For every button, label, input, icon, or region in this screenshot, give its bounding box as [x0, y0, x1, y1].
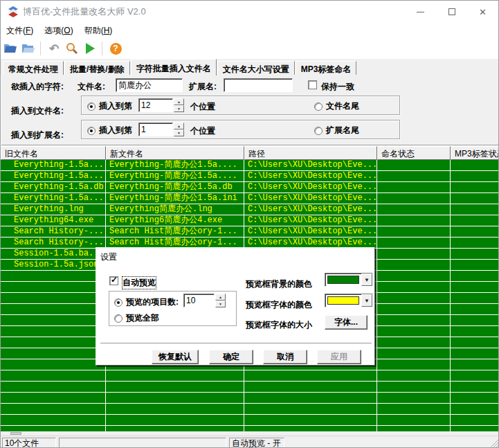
cell-mp3-status: [451, 415, 499, 425]
cell-new-name: [106, 382, 244, 392]
ext-position-input[interactable]: [138, 123, 173, 136]
cell-mp3-status: [451, 404, 499, 414]
spin-down-icon[interactable]: ▼: [215, 301, 226, 307]
name-tail-radio[interactable]: 文件名尾: [314, 100, 359, 112]
chevron-down-icon[interactable]: ▼: [361, 274, 372, 286]
name-position-suffix: 个位置: [190, 101, 215, 113]
cell-mp3-status: [451, 348, 499, 359]
play-icon: [86, 43, 95, 54]
minimize-button[interactable]: [405, 1, 436, 23]
name-position-radio[interactable]: 插入到第: [87, 100, 132, 112]
cell-old-name: [1, 304, 106, 314]
ext-position-spinner[interactable]: ▲▼: [174, 123, 184, 136]
spin-down-icon[interactable]: ▼: [174, 129, 184, 136]
cell-mp3-status: [451, 271, 499, 281]
cell-mp3-status: [451, 204, 499, 215]
chevron-down-icon[interactable]: ▼: [361, 294, 372, 307]
app-window: 博百优-文件批量改名大师 V2.0 ✕ 文件(F) 选项(O) 帮助(H) ↶: [0, 0, 499, 448]
table-row[interactable]: [1, 426, 499, 431]
bg-color-dropdown[interactable]: ▼: [325, 273, 373, 287]
column-header-mp3-status[interactable]: MP3标签状态: [451, 146, 499, 160]
auto-preview-checkbox[interactable]: [109, 276, 118, 285]
filename-input[interactable]: [116, 78, 183, 92]
cell-old-name: Everything-1.5a...: [1, 160, 106, 170]
resize-grip[interactable]: [489, 438, 499, 448]
cell-mp3-status: [451, 193, 499, 204]
maximize-icon: [448, 8, 455, 15]
tab-batch-replace-delete[interactable]: 批量/替换/删除: [64, 61, 130, 75]
spin-down-icon[interactable]: ▼: [174, 105, 184, 112]
cell-status: [377, 193, 451, 204]
file-count-panel: 10个文件: [2, 438, 56, 448]
dialog-separator: [100, 343, 372, 344]
ext-tail-radio[interactable]: 扩展名尾: [314, 125, 359, 136]
keep-same-label: 保持一致: [321, 81, 354, 93]
preview-count-spinner[interactable]: ▲▼: [215, 294, 226, 307]
close-button[interactable]: ✕: [467, 1, 498, 23]
table-row[interactable]: [1, 393, 499, 404]
cell-new-name: Everything-简鹿办公1.5a.db: [106, 182, 244, 192]
open-folder-button[interactable]: [20, 41, 37, 56]
cell-new-name: Everything-简鹿办公1.5a....: [106, 171, 244, 181]
radio-selected-icon: [87, 127, 96, 135]
font-color-dropdown[interactable]: ▼: [325, 294, 373, 307]
table-row[interactable]: Everything-1.5a... Everything-简鹿办公1.5a..…: [1, 171, 499, 182]
tab-case-settings[interactable]: 文件名大小写设置: [217, 61, 295, 75]
tab-mp3-tag[interactable]: MP3标签命名: [296, 61, 357, 75]
preview-count-input[interactable]: [183, 294, 215, 307]
ok-button[interactable]: 确定: [209, 350, 253, 364]
table-row[interactable]: [1, 382, 499, 393]
table-row[interactable]: Everything-1.5a... Everything-简鹿办公1.5a.i…: [1, 193, 499, 204]
cancel-button[interactable]: 取消: [263, 350, 307, 364]
column-header-new-name[interactable]: 新文件名: [106, 146, 244, 160]
apply-button[interactable]: 应用: [317, 350, 361, 364]
open-files-button[interactable]: [2, 41, 19, 56]
cell-status: [377, 249, 451, 259]
table-row[interactable]: Everything-1.5a... Everything-简鹿办公1.5a..…: [1, 160, 499, 171]
table-row[interactable]: Everything-1.5a.db Everything-简鹿办公1.5a.d…: [1, 182, 499, 193]
spin-up-icon[interactable]: ▲: [174, 98, 184, 105]
ext-position-radio[interactable]: 插入到第: [87, 125, 132, 136]
maximize-button[interactable]: [436, 1, 467, 23]
table-row[interactable]: [1, 415, 499, 426]
spin-up-icon[interactable]: ▲: [215, 294, 226, 301]
table-row[interactable]: [1, 370, 499, 382]
cell-new-name: Everything6简鹿办公4.exe: [106, 215, 244, 226]
run-button[interactable]: [82, 41, 98, 56]
insert-chars-label: 欲插入的字符:: [11, 81, 64, 93]
spin-up-icon[interactable]: ▲: [174, 123, 184, 129]
keep-same-checkbox[interactable]: [308, 80, 317, 89]
ext-input[interactable]: [224, 78, 293, 92]
table-row[interactable]: Search History-... Search Hist简鹿办公ory-1.…: [1, 226, 499, 238]
menu-file[interactable]: 文件(F): [1, 23, 39, 39]
help-button[interactable]: ?: [107, 41, 124, 56]
undo-button[interactable]: ↶: [46, 41, 62, 56]
radio-unselected-icon: [314, 127, 323, 135]
table-header: 旧文件名 新文件名 路径 命名状态 MP3标签状态: [1, 146, 499, 160]
cell-mp3-status: [451, 393, 499, 403]
preview-all-radio[interactable]: 预览全部: [114, 312, 159, 324]
name-position-input[interactable]: [138, 98, 173, 112]
table-row[interactable]: Everything.lng Everything简鹿办公.lng C:\Use…: [1, 204, 499, 215]
preview-button[interactable]: [64, 41, 80, 56]
column-header-path[interactable]: 路径: [244, 146, 377, 160]
name-position-spinner[interactable]: ▲▼: [174, 98, 184, 112]
table-row[interactable]: Everything64.exe Everything6简鹿办公4.exe C:…: [1, 215, 499, 226]
cell-new-name: Everything-简鹿办公1.5a.ini: [106, 193, 244, 204]
restore-defaults-button[interactable]: 恢复默认: [152, 350, 199, 364]
cell-old-name: [1, 282, 106, 292]
cell-mp3-status: [451, 293, 499, 303]
preview-count-radio[interactable]: 预览的项目数:: [114, 296, 179, 308]
table-row[interactable]: [1, 404, 499, 415]
cell-path: C:\Users\XU\Desktop\Eve...: [244, 182, 377, 192]
column-header-old-name[interactable]: 旧文件名: [1, 146, 106, 160]
column-header-status[interactable]: 命名状态: [377, 146, 451, 160]
tab-insert-chars[interactable]: 字符批量插入文件名: [131, 59, 217, 75]
cell-mp3-status: [451, 238, 499, 248]
scrollbar-thumb[interactable]: [10, 432, 21, 435]
font-button[interactable]: 字体...: [325, 315, 368, 330]
radio-selected-icon: [87, 102, 96, 111]
menu-help[interactable]: 帮助(H): [79, 23, 118, 39]
menu-options[interactable]: 选项(O): [39, 23, 78, 39]
tab-general[interactable]: 常规文件处理: [3, 61, 64, 75]
